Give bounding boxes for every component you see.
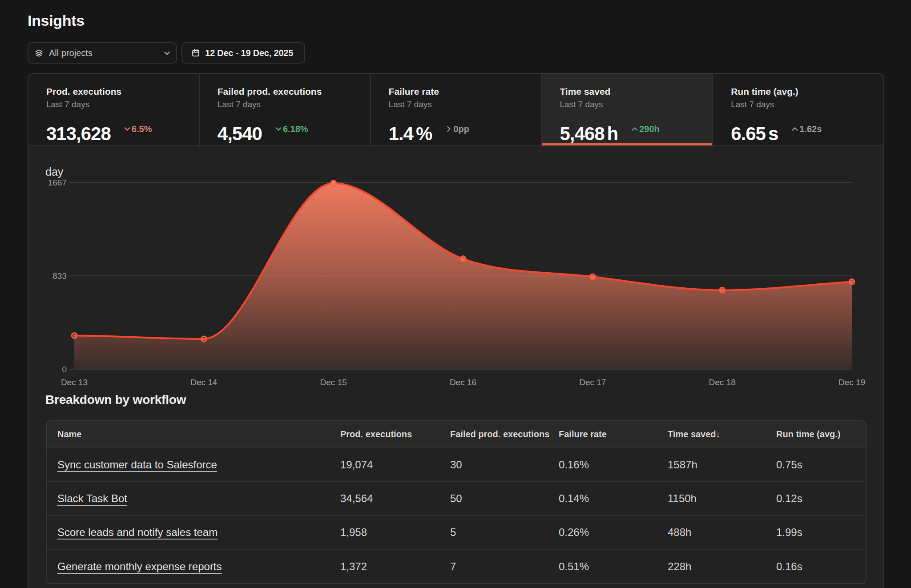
layers-icon <box>34 48 44 58</box>
trend-flat-icon <box>445 125 453 133</box>
svg-text:Dec 15: Dec 15 <box>320 378 347 387</box>
breakdown-title: Breakdown by workflow <box>45 393 883 407</box>
metric-card-deviation: 290h <box>631 124 660 134</box>
metric-cards-row: Prod. executions Last 7 days 313,628 6.5… <box>28 74 883 146</box>
time-saved-area-chart[interactable]: day08331667Dec 13Dec 14Dec 15Dec 16Dec 1… <box>28 146 883 390</box>
metric-card-unit: s <box>768 123 778 145</box>
metric-card-value: 5,468 <box>560 123 604 145</box>
cell-failed-prod-executions: 30 <box>450 448 559 482</box>
cell-time-saved: 1587h <box>668 448 776 482</box>
cell-run-time: 1.99s <box>776 516 866 549</box>
svg-text:Dec 17: Dec 17 <box>579 378 606 387</box>
project-selector-value: All projects <box>49 48 163 58</box>
table-row: Score leads and notify sales team 1,958 … <box>47 516 866 549</box>
metric-card-unit: % <box>416 123 432 145</box>
metric-card-deviation: 6.18% <box>274 124 308 134</box>
metric-card-title: Time saved <box>560 86 703 97</box>
metric-card-subtitle: Last 7 days <box>46 100 190 109</box>
column-header-run-time[interactable]: Run time (avg.) <box>776 421 866 448</box>
table-row: Sync customer data to Salesforce 19,074 … <box>47 448 866 482</box>
svg-text:Dec 19: Dec 19 <box>838 378 865 387</box>
cell-run-time: 0.75s <box>776 448 866 482</box>
metric-card-value: 4,540 <box>218 123 262 145</box>
workflow-link[interactable]: Sync customer data to Salesforce <box>57 459 217 471</box>
cell-run-time: 0.12s <box>776 482 866 516</box>
metric-card-title: Prod. executions <box>46 86 190 97</box>
svg-text:833: 833 <box>52 271 67 281</box>
cell-failed-prod-executions: 50 <box>450 482 559 516</box>
metric-card-title: Failed prod. executions <box>218 86 361 97</box>
svg-text:day: day <box>45 165 64 178</box>
svg-text:Dec 18: Dec 18 <box>709 378 736 387</box>
workflow-link[interactable]: Slack Task Bot <box>57 492 127 504</box>
cell-failure-rate: 0.16% <box>559 448 668 482</box>
trend-down-icon <box>123 125 131 133</box>
insights-panel: Prod. executions Last 7 days 313,628 6.5… <box>28 73 884 588</box>
filters-bar: All projects 12 Dec - 19 Dec, 2025 <box>28 42 305 64</box>
cell-failed-prod-executions: 7 <box>450 549 559 583</box>
metric-card-subtitle: Last 7 days <box>389 100 532 109</box>
table-header-row: Name Prod. executions Failed prod. execu… <box>47 421 866 448</box>
column-header-prod-executions[interactable]: Prod. executions <box>340 421 450 448</box>
svg-text:0: 0 <box>62 365 67 374</box>
cell-prod-executions: 19,074 <box>340 448 450 482</box>
date-range-button[interactable]: 12 Dec - 19 Dec, 2025 <box>181 42 305 64</box>
metric-card-deviation: 6.5% <box>123 124 152 134</box>
sort-desc-icon: ↓ <box>716 430 721 439</box>
metric-card-unit: h <box>607 123 619 145</box>
table-row: Slack Task Bot 34,564 50 0.14% 1150h 0.1… <box>47 482 866 516</box>
trend-up-icon <box>791 125 799 133</box>
page-title: Insights <box>28 12 85 29</box>
metric-card-failed-prod-executions[interactable]: Failed prod. executions Last 7 days 4,54… <box>199 74 370 145</box>
cell-failure-rate: 0.26% <box>559 516 668 549</box>
cell-prod-executions: 1,372 <box>340 549 450 583</box>
metric-card-value: 313,628 <box>46 123 111 145</box>
trend-down-icon <box>274 125 282 133</box>
calendar-icon <box>191 48 200 57</box>
column-header-name[interactable]: Name <box>47 421 340 448</box>
chevron-down-icon <box>163 49 171 57</box>
cell-run-time: 0.16s <box>776 549 866 583</box>
metric-card-subtitle: Last 7 days <box>731 100 875 109</box>
svg-text:Dec 14: Dec 14 <box>190 378 218 387</box>
workflow-link[interactable]: Score leads and notify sales team <box>57 526 218 538</box>
cell-failure-rate: 0.51% <box>559 549 668 583</box>
date-range-value: 12 Dec - 19 Dec, 2025 <box>205 48 293 58</box>
trend-up-icon <box>631 125 639 133</box>
metric-card-value: 1.4 <box>389 123 413 145</box>
metric-card-subtitle: Last 7 days <box>218 100 361 109</box>
svg-text:Dec 16: Dec 16 <box>450 378 476 387</box>
metric-card-prod-executions[interactable]: Prod. executions Last 7 days 313,628 6.5… <box>28 74 199 145</box>
column-header-time-saved[interactable]: Time saved↓ <box>668 421 776 448</box>
metric-card-subtitle: Last 7 days <box>560 100 703 109</box>
cell-time-saved: 1150h <box>668 482 776 516</box>
metric-card-deviation: 1.62s <box>791 124 822 134</box>
svg-text:Dec 13: Dec 13 <box>61 378 88 387</box>
workflow-table: Name Prod. executions Failed prod. execu… <box>46 420 867 584</box>
column-header-failure-rate[interactable]: Failure rate <box>559 421 668 448</box>
metric-card-title: Failure rate <box>389 86 532 97</box>
metric-card-value: 6.65 <box>731 123 766 145</box>
metric-card-failure-rate[interactable]: Failure rate Last 7 days 1.4 % 0pp <box>370 74 541 145</box>
cell-time-saved: 488h <box>668 516 776 549</box>
metric-card-deviation: 0pp <box>445 124 469 134</box>
table-row: Generate monthly expense reports 1,372 7… <box>47 549 866 583</box>
cell-failure-rate: 0.14% <box>559 482 668 516</box>
column-header-failed-prod-executions[interactable]: Failed prod. executions <box>450 421 559 448</box>
workflow-link[interactable]: Generate monthly expense reports <box>57 560 222 572</box>
metric-card-title: Run time (avg.) <box>731 86 875 97</box>
metric-card-time-saved[interactable]: Time saved Last 7 days 5,468 h 290h <box>541 74 712 145</box>
cell-prod-executions: 34,564 <box>340 482 450 516</box>
svg-text:1667: 1667 <box>48 178 67 187</box>
cell-prod-executions: 1,958 <box>340 516 450 549</box>
cell-failed-prod-executions: 5 <box>450 516 559 549</box>
project-selector[interactable]: All projects <box>28 42 177 64</box>
metric-card-run-time[interactable]: Run time (avg.) Last 7 days 6.65 s 1.62s <box>712 74 883 145</box>
cell-time-saved: 228h <box>668 549 776 583</box>
